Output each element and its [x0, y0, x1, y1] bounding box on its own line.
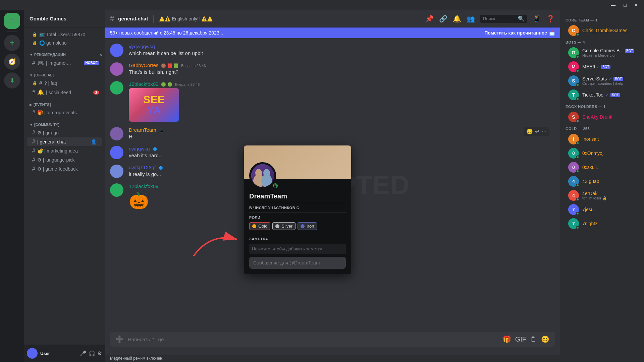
category-recommendations[interactable]: ▼ РЕКОМЕНДАЦИИ × [24, 47, 105, 58]
reply-button[interactable]: ↩ [535, 128, 539, 135]
more-options-button[interactable]: ⋯ [541, 128, 547, 135]
avatar-4[interactable] [110, 127, 123, 140]
inbox-button[interactable]: 🔔 [453, 15, 461, 23]
avatar-1[interactable] [110, 44, 123, 57]
channel-item-airdrop[interactable]: # 🎁 | airdrop-events [27, 108, 102, 117]
window-button[interactable]: 📱 [533, 15, 541, 23]
role-badges-3: 🟢 🟢 [161, 82, 172, 87]
role-badges-4: 📱 [159, 128, 164, 133]
avatar-7[interactable] [110, 183, 123, 197]
channel-item-total-users[interactable]: 🔒 📺 Total Users: 59870 [27, 31, 102, 39]
role-silver-dot [275, 224, 279, 228]
app-body: 🎮 + 🧭 ⬇ Gomble Games 🔒 📺 Total Users: 59… [0, 10, 644, 362]
sticker-button[interactable]: 🗒 [530, 336, 537, 343]
channel-item-in-game[interactable]: # 🎮 | in-game-... НОВОЕ [27, 58, 102, 67]
server-icon-add[interactable]: + [4, 35, 20, 51]
mark-read-button[interactable]: Пометить как прочитанное 📩 [484, 30, 555, 36]
settings-button[interactable]: ⚙ [97, 350, 102, 357]
avatar-2[interactable] [110, 62, 123, 76]
member-item-mee6[interactable]: M MEE6 ✓ БОТ [563, 60, 641, 73]
profile-divider-2 [249, 213, 346, 213]
add-member-icon[interactable]: 👤+ [91, 139, 99, 144]
member-item-7jesu[interactable]: 7 7jesu. [563, 203, 641, 216]
add-content-button[interactable]: ➕ [115, 335, 124, 343]
gif-button[interactable]: GIF [515, 336, 526, 343]
server-icon-download[interactable]: ⬇ [4, 72, 20, 88]
category-events[interactable]: ▶ [EVENTS] [24, 97, 105, 108]
messages-area[interactable]: INCRYPTED @qwrjqwkrj which mean it can b… [105, 38, 560, 332]
user-info: User [40, 351, 77, 356]
close-recommendations[interactable]: × [100, 53, 102, 57]
channel-item-gm-gn[interactable]: # ⚙ | gm-gn [27, 128, 102, 137]
search-input[interactable] [483, 16, 515, 21]
role-gold[interactable]: Gold [249, 222, 270, 230]
note-input[interactable]: Нажмите, чтобы добавить заметку [249, 244, 346, 254]
member-item-0xonmyoji[interactable]: 0 0xOnmyoji [563, 146, 641, 160]
member-item-sneaky[interactable]: S SneAky Drunk [563, 110, 641, 124]
server-header[interactable]: Gomble Games [24, 10, 105, 27]
role-gold-dot [252, 224, 256, 228]
member-item-gomble-bot[interactable]: G Gomble Games B... БОТ Играет в Merge L… [563, 46, 641, 59]
channel-item-faq[interactable]: 🔒 # ? | faq [27, 79, 102, 87]
member-item-4erdak[interactable]: 4 4erDak tbh im loser 🔒 [563, 189, 641, 202]
member-item-serverstats[interactable]: S ServerStats ✓ БОТ Смотрит counters | /… [563, 74, 641, 87]
members-button[interactable]: 👥 [467, 15, 475, 23]
bot-badge-serverstats: БОТ [613, 77, 623, 81]
channel-item-marketing[interactable]: # 👑 | marketing-idea [27, 146, 102, 155]
member-name-gomble-bot: Gomble Games B... [582, 48, 624, 53]
role-gold-label: Gold [258, 224, 267, 229]
deafen-button[interactable]: 🎧 [89, 350, 95, 357]
category-label-recommendations: РЕКОМЕНДАЦИИ [34, 53, 66, 57]
member-item-norisalt[interactable]: ! !norisalt [563, 132, 641, 146]
member-avatar-ticket-tool: T [568, 89, 579, 100]
author-1[interactable]: @qwrjqwkrj [129, 44, 155, 49]
author-5[interactable]: qwrjqwkrj [129, 146, 150, 152]
close-button[interactable]: × [632, 2, 640, 8]
search-box[interactable]: 🔍 [480, 15, 527, 23]
member-item-ticket-tool[interactable]: T Ticket Tool ✓ БОТ [563, 88, 641, 102]
pin-button[interactable]: 📌 [425, 15, 434, 23]
profile-message-input[interactable] [249, 257, 346, 269]
author-4[interactable]: DreamTeam [129, 127, 156, 133]
server-icon-gomble[interactable]: 🎮 [4, 13, 20, 29]
avatar-6[interactable] [110, 165, 123, 178]
role-silver[interactable]: Silver [272, 222, 296, 230]
member-info-serverstats: ServerStats ✓ БОТ Смотрит counters | /he… [582, 76, 623, 85]
minimize-button[interactable]: — [608, 2, 618, 8]
author-6[interactable]: qwfkj1123qf [129, 165, 156, 170]
mute-button[interactable]: 🎤 [80, 350, 87, 357]
channel-item-social-feed[interactable]: # 🔔 | social-feed 2 [27, 88, 102, 97]
role-iron[interactable]: Iron [298, 222, 317, 230]
lock-icon-faq: 🔒 [32, 81, 37, 85]
channel-item-gomble-io[interactable]: 🔒 🌐 gomble.io [27, 39, 102, 47]
author-7[interactable]: 12blackfox09 [129, 183, 158, 189]
category-community[interactable]: ▼ [COMMUNITY] [24, 117, 105, 128]
emoji-button[interactable]: 😊 [541, 335, 549, 343]
member-name-row-gomble-bot: Gomble Games B... БОТ [582, 48, 634, 53]
help-button[interactable]: ❓ [546, 15, 555, 23]
red-arrow [190, 226, 244, 261]
avatar-5[interactable] [110, 146, 123, 159]
emoji-reaction-button[interactable]: 😊 [526, 128, 533, 135]
author-3[interactable]: 12blackfox09 [129, 81, 158, 87]
maximize-button[interactable]: □ [621, 2, 629, 8]
member-item-chris[interactable]: C Chris_GombleGames [563, 24, 641, 37]
author-2[interactable]: GabbyCortes [129, 62, 158, 68]
category-official[interactable]: ▼ [OFFICIAL] [24, 68, 105, 78]
member-item-7nightz[interactable]: 7 7nightz [563, 217, 641, 230]
server-icon-explore[interactable]: 🧭 [4, 54, 20, 70]
message-input[interactable] [128, 337, 499, 342]
note-section: ЗАМЕТКА Нажмите, чтобы добавить заметку [249, 237, 346, 254]
search-users-button[interactable]: 🔗 [439, 15, 447, 23]
member-item-0xskull[interactable]: 0 0xskull. [563, 161, 641, 174]
member-item-43guap[interactable]: 4 43.guap [563, 175, 641, 188]
channel-item-feedback[interactable]: # ⚙ | game-feedback [27, 165, 102, 173]
verified-icon-serverstats: ✓ [609, 76, 612, 81]
svg-point-3 [261, 174, 272, 187]
avatar-3[interactable] [110, 81, 123, 95]
channel-item-language[interactable]: # ⚙ | language-pick [27, 156, 102, 164]
channel-item-general-chat[interactable]: # | general-chat 👤+ [27, 137, 102, 146]
gift-button[interactable]: 🎁 [503, 335, 511, 343]
member-category-bots: BOTS — 4 [560, 38, 644, 46]
channel-header-name: general-chat [118, 16, 148, 21]
